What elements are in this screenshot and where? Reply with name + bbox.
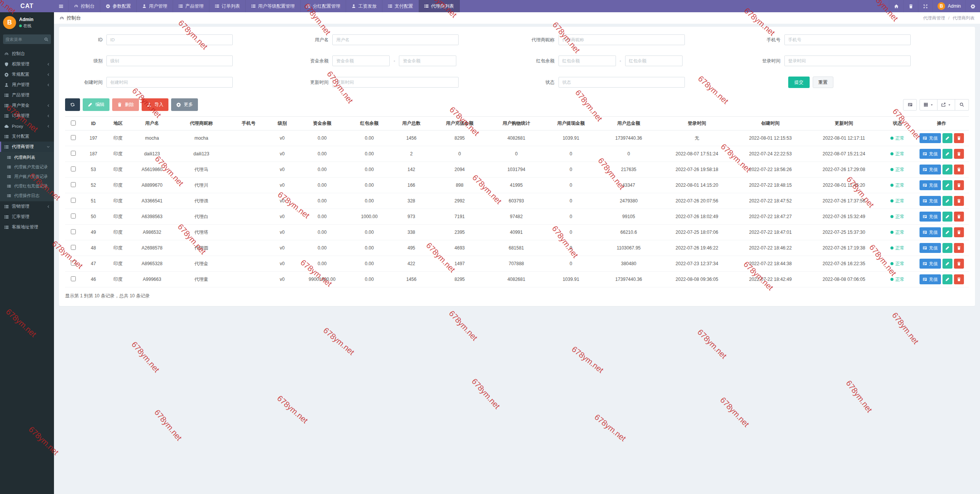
row-checkbox[interactable] bbox=[71, 276, 76, 281]
filter-input[interactable] bbox=[106, 34, 233, 45]
top-nav-item-10[interactable]: 代理商列表 bbox=[419, 0, 460, 12]
edit-row-button[interactable] bbox=[942, 133, 952, 143]
home-button[interactable] bbox=[889, 0, 903, 12]
sidebar-item-4[interactable]: 用户管理 bbox=[0, 80, 54, 90]
filter-input-to[interactable] bbox=[625, 55, 683, 66]
edit-row-button[interactable] bbox=[942, 212, 952, 222]
delete-row-button[interactable] bbox=[954, 212, 964, 222]
user-menu[interactable]: B Admin bbox=[933, 0, 965, 12]
filter-input[interactable] bbox=[559, 77, 685, 88]
settings-button[interactable] bbox=[965, 0, 980, 12]
row-checkbox[interactable] bbox=[71, 182, 76, 187]
recharge-button[interactable]: 充值 bbox=[920, 133, 941, 143]
delete-row-button[interactable] bbox=[954, 274, 964, 284]
sidebar-item-11[interactable]: 营销管理 bbox=[0, 201, 54, 212]
top-nav-item-2[interactable]: 参数配置 bbox=[100, 0, 137, 12]
filter-input[interactable] bbox=[106, 55, 233, 66]
delete-row-button[interactable] bbox=[954, 165, 964, 174]
delete-row-button[interactable] bbox=[954, 149, 964, 159]
row-checkbox[interactable] bbox=[71, 214, 76, 218]
refresh-button[interactable] bbox=[65, 98, 80, 111]
delete-row-button[interactable] bbox=[954, 227, 964, 237]
sidebar-item-1[interactable]: 控制台 bbox=[0, 49, 54, 59]
export-button[interactable] bbox=[938, 99, 955, 111]
recharge-button[interactable]: 充值 bbox=[920, 149, 941, 159]
recharge-button[interactable]: 充值 bbox=[920, 165, 941, 174]
sidebar-subitem-4[interactable]: 代理红包充值记录 bbox=[0, 181, 54, 191]
top-nav-item-4[interactable]: 产品管理 bbox=[173, 0, 209, 12]
sidebar-subitem-1[interactable]: 代理商列表 bbox=[0, 153, 54, 162]
sidebar-item-8[interactable]: Proxy bbox=[0, 121, 54, 131]
top-nav-item-1[interactable]: 控制台 bbox=[69, 0, 100, 12]
row-checkbox[interactable] bbox=[71, 198, 76, 203]
delete-button[interactable]: 删除 bbox=[112, 98, 139, 111]
row-checkbox[interactable] bbox=[71, 135, 76, 140]
sidebar-item-9[interactable]: 支付配置 bbox=[0, 131, 54, 142]
filter-input[interactable] bbox=[784, 34, 911, 45]
filter-input[interactable] bbox=[332, 34, 459, 45]
sidebar-item-7[interactable]: 订单管理 bbox=[0, 111, 54, 121]
sidebar-subitem-5[interactable]: 代理操作日志 bbox=[0, 191, 54, 201]
recharge-button[interactable]: 充值 bbox=[920, 274, 941, 284]
clear-cache-button[interactable] bbox=[903, 0, 918, 12]
delete-row-button[interactable] bbox=[954, 259, 964, 269]
sidebar-item-3[interactable]: 常规配置 bbox=[0, 69, 54, 80]
top-nav-item-8[interactable]: 工资发放 bbox=[346, 0, 382, 12]
sidebar-item-5[interactable]: 产品管理 bbox=[0, 90, 54, 100]
more-button[interactable]: 更多 bbox=[171, 98, 198, 111]
sidebar-item-2[interactable]: 权限管理 bbox=[0, 59, 54, 69]
filter-input[interactable] bbox=[332, 77, 459, 88]
edit-row-button[interactable] bbox=[942, 259, 952, 269]
filter-input-from[interactable] bbox=[332, 55, 390, 66]
edit-row-button[interactable] bbox=[942, 243, 952, 253]
recharge-button[interactable]: 充值 bbox=[920, 227, 941, 237]
filter-input-to[interactable] bbox=[399, 55, 456, 66]
import-button[interactable]: 导入 bbox=[142, 98, 168, 111]
top-nav-item-5[interactable]: 订单列表 bbox=[209, 0, 246, 12]
recharge-button[interactable]: 充值 bbox=[920, 259, 941, 269]
filter-input[interactable] bbox=[784, 55, 911, 66]
delete-row-button[interactable] bbox=[954, 180, 964, 190]
delete-row-button[interactable] bbox=[954, 243, 964, 253]
edit-row-button[interactable] bbox=[942, 149, 952, 159]
submit-button[interactable]: 提交 bbox=[788, 77, 810, 88]
sidebar-toggle-button[interactable] bbox=[54, 0, 69, 12]
select-all-checkbox[interactable] bbox=[71, 121, 76, 126]
app-logo[interactable]: CAT bbox=[0, 0, 54, 12]
reset-button[interactable]: 重置 bbox=[813, 77, 833, 88]
row-checkbox[interactable] bbox=[71, 229, 76, 234]
edit-button[interactable]: 编辑 bbox=[83, 98, 109, 111]
recharge-button[interactable]: 充值 bbox=[920, 212, 941, 222]
row-checkbox[interactable] bbox=[71, 166, 76, 171]
edit-row-button[interactable] bbox=[942, 274, 952, 284]
sidebar-item-6[interactable]: 用户资金 bbox=[0, 100, 54, 111]
columns-button[interactable] bbox=[920, 99, 938, 111]
recharge-button[interactable]: 充值 bbox=[920, 180, 941, 190]
edit-row-button[interactable] bbox=[942, 227, 952, 237]
menu-search-input[interactable] bbox=[5, 37, 44, 42]
row-checkbox[interactable] bbox=[71, 261, 76, 266]
row-checkbox[interactable] bbox=[71, 245, 76, 250]
sidebar-item-13[interactable]: 客服地址管理 bbox=[0, 222, 54, 232]
filter-input[interactable] bbox=[106, 77, 233, 88]
table-search-button[interactable] bbox=[955, 99, 969, 111]
edit-row-button[interactable] bbox=[942, 165, 952, 174]
sidebar-item-10[interactable]: 代理商管理 bbox=[0, 142, 54, 152]
filter-input[interactable] bbox=[559, 34, 685, 45]
top-nav-item-9[interactable]: 支付配置 bbox=[382, 0, 419, 12]
filter-input-from[interactable] bbox=[559, 55, 616, 66]
row-checkbox[interactable] bbox=[71, 151, 76, 156]
top-nav-item-6[interactable]: 用户等级配置管理 bbox=[246, 0, 301, 12]
sidebar-subitem-2[interactable]: 代理账户充值记录 bbox=[0, 162, 54, 172]
sidebar-item-12[interactable]: 汇率管理 bbox=[0, 212, 54, 222]
delete-row-button[interactable] bbox=[954, 196, 964, 206]
top-nav-item-7[interactable]: 分红配置管理 bbox=[301, 0, 346, 12]
edit-row-button[interactable] bbox=[942, 180, 952, 190]
edit-row-button[interactable] bbox=[942, 196, 952, 206]
recharge-button[interactable]: 充值 bbox=[920, 243, 941, 253]
fullscreen-button[interactable] bbox=[918, 0, 933, 12]
recharge-button[interactable]: 充值 bbox=[920, 196, 941, 206]
delete-row-button[interactable] bbox=[954, 133, 964, 143]
sidebar-subitem-3[interactable]: 用户账户充值记录 bbox=[0, 172, 54, 181]
top-nav-item-3[interactable]: 用户管理 bbox=[137, 0, 173, 12]
